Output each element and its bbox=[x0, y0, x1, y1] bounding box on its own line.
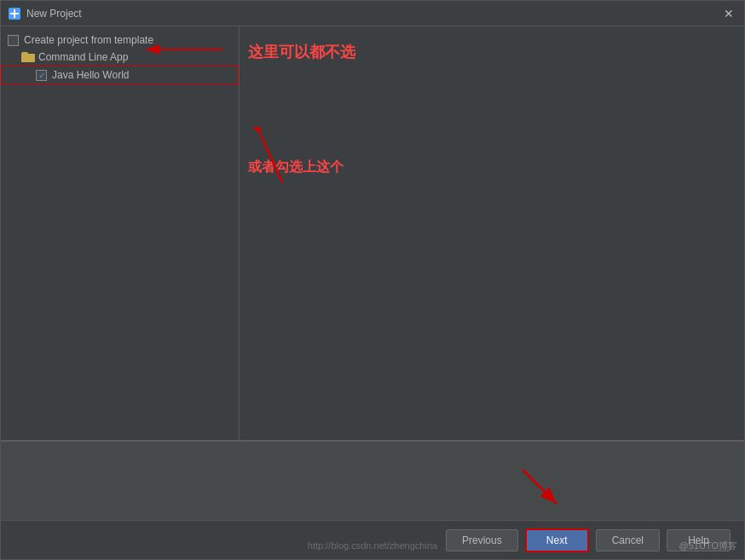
help-button[interactable]: Help bbox=[667, 529, 731, 551]
new-project-window: New Project ✕ Create project from templa… bbox=[0, 0, 745, 560]
close-button[interactable]: ✕ bbox=[720, 5, 737, 22]
main-content: Create project from template Command Lin… bbox=[1, 26, 744, 440]
next-button-arrow bbox=[518, 465, 569, 512]
java-hello-world-item[interactable]: Java Hello World bbox=[1, 66, 239, 84]
bottom-area: Previous Next Cancel Help bbox=[1, 440, 744, 559]
button-bar: Previous Next Cancel Help bbox=[1, 520, 744, 559]
java-hello-world-checkbox[interactable] bbox=[36, 70, 47, 81]
annotation-text-1: 这里可以都不选 bbox=[248, 42, 355, 62]
annotation-arrow-1 bbox=[137, 37, 240, 62]
next-button[interactable]: Next bbox=[525, 528, 589, 552]
root-item-label: Create project from template bbox=[24, 34, 153, 46]
cancel-button[interactable]: Cancel bbox=[596, 529, 660, 551]
svg-line-8 bbox=[523, 470, 557, 504]
command-line-app-label: Command Line App bbox=[38, 51, 128, 63]
folder-icon bbox=[21, 52, 35, 62]
left-panel: Create project from template Command Lin… bbox=[1, 26, 240, 440]
right-panel: 这里可以都不选 或者勾选上这个 bbox=[240, 26, 744, 440]
java-hello-world-label: Java Hello World bbox=[52, 69, 129, 81]
svg-line-6 bbox=[261, 136, 282, 182]
annotation-arrow-2 bbox=[252, 127, 312, 187]
window-icon bbox=[8, 7, 21, 20]
previous-button[interactable]: Previous bbox=[446, 529, 518, 551]
root-checkbox[interactable] bbox=[8, 35, 19, 46]
title-bar: New Project ✕ bbox=[1, 1, 744, 26]
title-bar-text: New Project bbox=[26, 8, 720, 20]
svg-rect-2 bbox=[14, 9, 15, 18]
bottom-content bbox=[1, 441, 744, 520]
